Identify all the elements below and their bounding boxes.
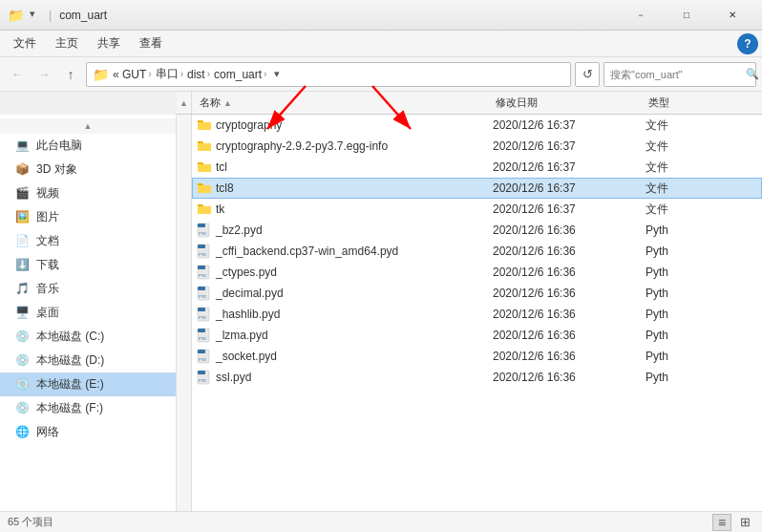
sidebar-item-label-9: 本地磁盘 (D:) bbox=[36, 352, 104, 369]
table-row[interactable]: tcl2020/12/6 16:37文件 bbox=[192, 157, 762, 178]
refresh-button[interactable]: ↺ bbox=[575, 62, 600, 87]
detail-view-button[interactable]: ≡ bbox=[712, 514, 731, 531]
sidebar-item-4[interactable]: 📄文档 bbox=[0, 229, 176, 253]
file-date-cell: 2020/12/6 16:36 bbox=[493, 245, 646, 258]
column-date-header[interactable]: 修改日期 bbox=[488, 92, 641, 114]
menu-file[interactable]: 文件 bbox=[4, 32, 46, 55]
sidebar-item-0[interactable]: 💻此台电脑 bbox=[0, 134, 176, 158]
sidebar-item-icon-11: 💿 bbox=[15, 401, 31, 416]
sidebar-item-9[interactable]: 💿本地磁盘 (D:) bbox=[0, 349, 176, 372]
sidebar-item-icon-12: 🌐 bbox=[15, 425, 31, 440]
table-row[interactable]: tk2020/12/6 16:37文件 bbox=[192, 199, 762, 220]
sidebar-item-icon-9: 💿 bbox=[15, 353, 31, 369]
sidebar: ▲ 💻此台电脑📦3D 对象🎬视频🖼️图片📄文档⬇️下载🎵音乐🖥️桌面💿本地磁盘 … bbox=[0, 115, 177, 511]
table-row[interactable]: PYD_socket.pyd2020/12/6 16:36Pyth bbox=[192, 346, 762, 367]
file-type-cell: 文件 bbox=[646, 160, 761, 176]
sidebar-item-label-11: 本地磁盘 (F:) bbox=[36, 400, 103, 416]
address-part-dist[interactable]: dist › bbox=[187, 68, 210, 81]
table-row[interactable]: PYD_cffi_backend.cp37-win_amd64.pyd2020/… bbox=[192, 241, 762, 262]
sidebar-item-1[interactable]: 📦3D 对象 bbox=[0, 158, 176, 181]
address-bar[interactable]: 📁 « GUT › 串口 › dist › com_uart › ▾ bbox=[86, 62, 571, 87]
file-type-cell: Pyth bbox=[646, 266, 761, 279]
sidebar-item-11[interactable]: 💿本地磁盘 (F:) bbox=[0, 396, 176, 420]
close-button[interactable]: ✕ bbox=[710, 0, 754, 31]
svg-rect-10 bbox=[198, 287, 205, 290]
table-row[interactable]: PYD_lzma.pyd2020/12/6 16:36Pyth bbox=[192, 325, 762, 346]
file-name-text: _hashlib.pyd bbox=[216, 308, 280, 321]
view-controls: ≡ ⊞ bbox=[712, 514, 754, 531]
menu-bar: 文件 主页 共享 查看 ? bbox=[0, 31, 762, 57]
quick-access-icon[interactable]: ▾ bbox=[28, 8, 37, 23]
file-name-cell: PYD_socket.pyd bbox=[197, 349, 493, 364]
table-row[interactable]: PYD_ctypes.pyd2020/12/6 16:36Pyth bbox=[192, 262, 762, 283]
menu-share[interactable]: 共享 bbox=[88, 32, 130, 55]
sidebar-item-label-2: 视频 bbox=[36, 185, 59, 202]
file-name-text: tk bbox=[216, 202, 224, 216]
sidebar-item-6[interactable]: 🎵音乐 bbox=[0, 277, 176, 301]
svg-text:PYD: PYD bbox=[199, 252, 206, 257]
table-row[interactable]: tcl82020/12/6 16:37文件 bbox=[192, 178, 762, 199]
sidebar-item-5[interactable]: ⬇️下载 bbox=[0, 253, 176, 277]
sidebar-item-icon-8: 💿 bbox=[15, 330, 31, 345]
sidebar-item-12[interactable]: 🌐网络 bbox=[0, 420, 176, 444]
up-button[interactable]: ↑ bbox=[59, 63, 82, 86]
file-name-text: _socket.pyd bbox=[216, 350, 277, 363]
svg-rect-16 bbox=[198, 329, 205, 332]
toolbar: ← → ↑ 📁 « GUT › 串口 › dist › com_uart › ▾… bbox=[0, 57, 762, 92]
table-row[interactable]: PYD_bz2.pyd2020/12/6 16:36Pyth bbox=[192, 220, 762, 241]
file-date-cell: 2020/12/6 16:37 bbox=[493, 139, 646, 153]
address-dropdown-button[interactable]: ▾ bbox=[274, 68, 280, 80]
svg-text:PYD: PYD bbox=[199, 315, 206, 320]
sidebar-item-icon-2: 🎬 bbox=[15, 186, 31, 202]
sidebar-item-label-3: 图片 bbox=[36, 209, 59, 225]
file-type-cell: Pyth bbox=[646, 245, 761, 258]
sidebar-item-2[interactable]: 🎬视频 bbox=[0, 181, 176, 205]
pyd-icon: PYD bbox=[197, 286, 212, 301]
file-type-cell: Pyth bbox=[646, 308, 761, 321]
pyd-icon: PYD bbox=[197, 307, 212, 322]
list-scroll-up[interactable]: ▲ bbox=[180, 98, 188, 108]
sidebar-item-8[interactable]: 💿本地磁盘 (C:) bbox=[0, 325, 176, 349]
back-button[interactable]: ← bbox=[6, 63, 29, 86]
table-row[interactable]: PYDssl.pyd2020/12/6 16:36Pyth bbox=[192, 367, 762, 388]
minimize-button[interactable]: － bbox=[619, 0, 663, 31]
forward-button[interactable]: → bbox=[32, 63, 55, 86]
file-name-cell: PYD_ctypes.pyd bbox=[197, 265, 493, 280]
svg-rect-1 bbox=[198, 223, 205, 227]
address-part-gut[interactable]: « GUT › bbox=[113, 68, 152, 81]
sidebar-item-3[interactable]: 🖼️图片 bbox=[0, 205, 176, 229]
sidebar-item-icon-6: 🎵 bbox=[15, 282, 31, 297]
maximize-button[interactable]: □ bbox=[665, 0, 709, 31]
file-name-text: tcl bbox=[216, 160, 227, 174]
search-box[interactable]: 🔍 bbox=[603, 62, 756, 87]
folder-icon bbox=[197, 160, 212, 175]
file-type-cell: 文件 bbox=[646, 138, 761, 155]
sidebar-item-icon-1: 📦 bbox=[15, 162, 31, 178]
folder-icon bbox=[197, 138, 212, 154]
sidebar-scroll-up[interactable]: ▲ bbox=[0, 118, 176, 134]
menu-home[interactable]: 主页 bbox=[46, 32, 88, 55]
file-name-text: _ctypes.pyd bbox=[216, 266, 277, 279]
search-input[interactable] bbox=[610, 69, 742, 80]
table-row[interactable]: cryptography-2.9.2-py3.7.egg-info2020/12… bbox=[192, 136, 762, 157]
table-row[interactable]: PYD_decimal.pyd2020/12/6 16:36Pyth bbox=[192, 283, 762, 304]
menu-view[interactable]: 查看 bbox=[130, 32, 172, 55]
tile-view-button[interactable]: ⊞ bbox=[735, 514, 754, 531]
file-name-cell: cryptography-2.9.2-py3.7.egg-info bbox=[197, 138, 493, 154]
address-part-comuart[interactable]: com_uart › bbox=[214, 68, 266, 81]
file-name-text: _cffi_backend.cp37-win_amd64.pyd bbox=[216, 245, 398, 258]
search-icon[interactable]: 🔍 bbox=[746, 68, 759, 80]
sidebar-item-7[interactable]: 🖥️桌面 bbox=[0, 301, 176, 325]
main-container: ▲ 💻此台电脑📦3D 对象🎬视频🖼️图片📄文档⬇️下载🎵音乐🖥️桌面💿本地磁盘 … bbox=[0, 115, 762, 511]
column-name-header[interactable]: 名称 ▲ bbox=[192, 92, 488, 114]
table-row[interactable]: cryptography2020/12/6 16:37文件 bbox=[192, 115, 762, 136]
item-count: 65 个项目 bbox=[8, 515, 53, 529]
help-button[interactable]: ? bbox=[737, 33, 758, 54]
window-controls: － □ ✕ bbox=[619, 0, 754, 31]
column-header-row: ▲ 名称 ▲ 修改日期 类型 bbox=[177, 92, 762, 115]
address-part-serial[interactable]: 串口 › bbox=[156, 66, 183, 82]
sidebar-item-10[interactable]: 💿本地磁盘 (E:) bbox=[0, 372, 176, 396]
file-name-cell: PYD_lzma.pyd bbox=[197, 328, 493, 343]
column-type-header[interactable]: 类型 bbox=[641, 92, 762, 114]
table-row[interactable]: PYD_hashlib.pyd2020/12/6 16:36Pyth bbox=[192, 304, 762, 325]
